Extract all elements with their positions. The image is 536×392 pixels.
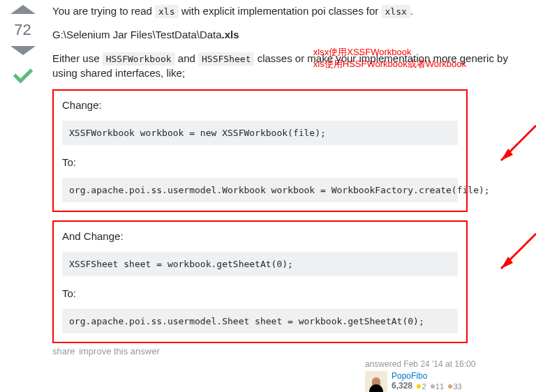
accepted-check-icon (12, 65, 34, 89)
avatar[interactable] (365, 371, 387, 392)
svg-line-2 (501, 234, 536, 269)
code-block-1a: XSSFWorkbook workbook = new XSSFWorkbook… (62, 121, 458, 145)
user-link[interactable]: PopoFibo (392, 371, 427, 381)
code-block-1b: org.apache.poi.ss.usermodel.Workbook wor… (62, 178, 458, 202)
gold-badge-icon (417, 384, 421, 389)
upvote-arrow-icon[interactable] (10, 5, 36, 14)
intro-text: You are trying to read xls with explicit… (52, 3, 512, 18)
code-block-2b: org.apache.poi.ss.usermodel.Sheet sheet … (62, 309, 458, 333)
reputation: 6,328 (392, 381, 412, 391)
code-hssfworkbook: HSSFWorkbook (103, 52, 175, 66)
annotation-arrow-1-icon (487, 122, 536, 171)
post-actions: share improve this answer (52, 346, 512, 356)
annotation-arrow-2-icon (487, 230, 536, 279)
bronze-badge-icon (448, 384, 452, 389)
to-header: To: (62, 155, 458, 169)
improve-link[interactable]: improve this answer (79, 346, 160, 356)
change-header: Change: (62, 98, 458, 112)
answered-timestamp: answered Feb 24 '14 at 16:00 (365, 359, 512, 369)
svg-line-0 (501, 126, 536, 160)
annotation-note: xlsx使用XSSFWorkbook xls使用HSSFWorkbook或者Wo… (313, 47, 466, 70)
path-text: G:\Selenium Jar Files\TestData\Data.xls (52, 27, 512, 42)
change-box-2: And Change: XSSFSheet sheet = workbook.g… (52, 220, 468, 343)
code-block-2a: XSSFSheet sheet = workbook.getSheetAt(0)… (62, 252, 458, 276)
share-link[interactable]: share (52, 346, 75, 356)
svg-marker-3 (501, 257, 513, 269)
and-change-header: And Change: (62, 229, 458, 243)
answer-body: You are trying to read xls with explicit… (42, 3, 533, 392)
user-signature: answered Feb 24 '14 at 16:00 PopoFibo 6,… (365, 359, 512, 392)
change-box-1: Change: XSSFWorkbook workbook = new XSSF… (52, 89, 468, 212)
svg-marker-1 (501, 149, 513, 160)
vote-count: 72 (14, 21, 31, 39)
vote-cell: 72 (3, 3, 42, 392)
code-xls: xls (155, 5, 178, 18)
downvote-arrow-icon[interactable] (10, 46, 36, 55)
code-xlsx: xlsx (382, 5, 410, 18)
silver-badge-icon (431, 384, 435, 389)
code-hssfsheet: HSSFSheet (198, 52, 254, 66)
to-header-2: To: (62, 286, 458, 301)
